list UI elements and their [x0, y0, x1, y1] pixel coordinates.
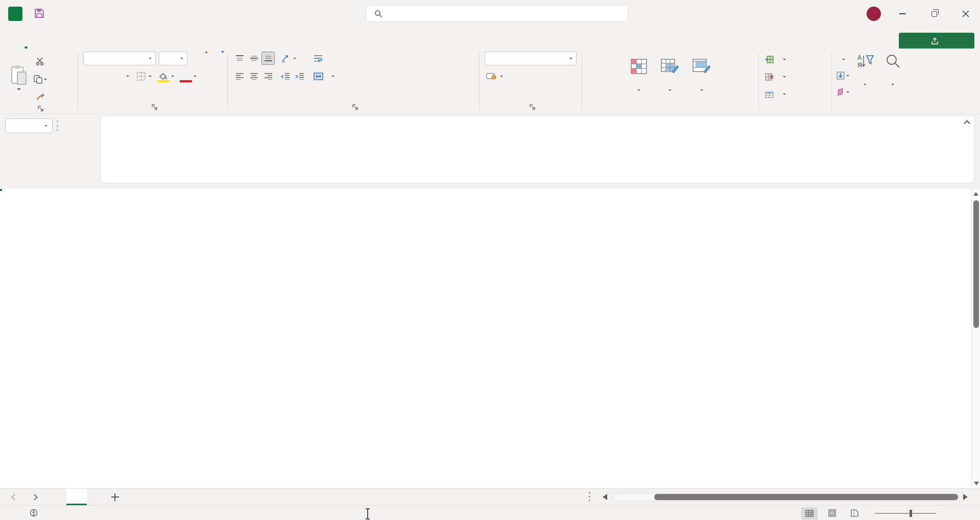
tabbar-resize-handle[interactable] — [589, 492, 591, 501]
align-bottom-button[interactable] — [261, 52, 275, 65]
align-right-button[interactable] — [261, 69, 275, 83]
font-dialog-launcher[interactable] — [151, 104, 158, 110]
decrease-decimal-button[interactable] — [553, 69, 566, 83]
font-size-select[interactable] — [159, 52, 187, 65]
scroll-up-arrow[interactable] — [973, 192, 978, 196]
clipboard-dialog-launcher[interactable] — [37, 105, 44, 112]
decrease-indent-button[interactable] — [279, 69, 292, 83]
align-left-button[interactable] — [233, 69, 246, 83]
percent-style-button[interactable] — [505, 69, 518, 83]
clipboard-icon — [10, 65, 28, 85]
cancel-button[interactable] — [63, 119, 76, 133]
prev-sheet-arrow[interactable] — [11, 494, 18, 501]
tab-review[interactable] — [95, 28, 110, 49]
font-color-button[interactable] — [179, 69, 193, 83]
vertical-scroll-thumb[interactable] — [973, 200, 979, 328]
user-name[interactable] — [766, 0, 859, 28]
alignment-dialog-launcher[interactable] — [352, 104, 358, 110]
tab-power-pivot[interactable] — [141, 28, 156, 49]
format-as-table-icon — [661, 58, 679, 75]
next-sheet-arrow[interactable] — [31, 494, 38, 501]
name-box[interactable] — [5, 119, 53, 133]
collapse-formula-bar-button[interactable] — [965, 121, 969, 126]
insert-cells-button[interactable] — [765, 53, 831, 66]
cell-styles-button[interactable] — [688, 56, 715, 96]
table-outline — [0, 189, 2, 191]
conditional-formatting-button[interactable] — [626, 56, 652, 96]
sheet-tab-active[interactable] — [66, 489, 87, 506]
merge-center-button[interactable] — [314, 69, 334, 83]
find-select-button[interactable] — [881, 52, 904, 90]
fill-button[interactable] — [836, 69, 849, 82]
scroll-down-arrow[interactable] — [974, 482, 979, 485]
status-bar — [0, 505, 980, 520]
orientation-button[interactable] — [279, 52, 292, 65]
paste-button[interactable] — [6, 63, 32, 92]
page-layout-view-button[interactable] — [824, 507, 840, 519]
tab-data[interactable] — [80, 28, 95, 49]
minimize-button[interactable] — [891, 0, 914, 28]
save-icon[interactable] — [34, 8, 45, 19]
sort-filter-button[interactable]: АЯ — [852, 52, 878, 90]
underline-button[interactable] — [112, 69, 125, 83]
clear-button[interactable] — [836, 85, 849, 99]
excel-app-icon[interactable] — [8, 7, 22, 21]
new-sheet-button[interactable] — [111, 493, 119, 501]
svg-text:Я: Я — [857, 62, 862, 69]
tab-file[interactable] — [3, 28, 18, 49]
accessibility-status[interactable] — [30, 509, 41, 517]
cut-button[interactable] — [34, 55, 47, 68]
accounting-format-button[interactable] — [485, 69, 498, 83]
format-cells-button[interactable] — [765, 87, 831, 101]
format-painter-button[interactable] — [34, 90, 47, 104]
vertical-scrollbar[interactable] — [971, 189, 980, 488]
italic-button[interactable] — [98, 69, 111, 83]
share-button[interactable] — [899, 33, 974, 49]
zoom-slider[interactable] — [875, 513, 936, 514]
tab-formulas[interactable] — [64, 28, 80, 49]
borders-button[interactable] — [134, 69, 148, 83]
align-center-button[interactable] — [247, 69, 260, 83]
page-break-view-button[interactable] — [846, 507, 863, 519]
avatar[interactable] — [867, 7, 881, 21]
search-box[interactable] — [366, 5, 628, 22]
fill-color-button[interactable] — [157, 69, 170, 83]
zoom-slider-thumb[interactable] — [910, 510, 912, 517]
search-icon — [374, 10, 383, 18]
align-middle-button[interactable] — [247, 52, 260, 65]
insert-function-button[interactable] — [88, 119, 100, 133]
conditional-formatting-icon — [630, 58, 648, 75]
accessibility-icon — [30, 509, 38, 517]
tab-page-layout[interactable] — [49, 28, 64, 49]
hscroll-left-arrow[interactable] — [603, 494, 607, 500]
increase-font-button[interactable] — [190, 52, 204, 65]
normal-view-button[interactable] — [801, 507, 818, 519]
copy-button[interactable] — [34, 73, 47, 86]
tab-view[interactable] — [110, 28, 126, 49]
increase-indent-button[interactable] — [293, 69, 306, 83]
formula-input[interactable] — [100, 115, 975, 183]
enter-button[interactable] — [76, 119, 88, 133]
close-button[interactable] — [954, 0, 977, 28]
decrease-font-button[interactable] — [207, 52, 220, 65]
comma-style-button[interactable] — [520, 69, 534, 83]
horizontal-scroll-thumb[interactable] — [654, 494, 958, 500]
ribbon-tab-row — [0, 28, 980, 49]
wrap-text-button[interactable] — [314, 52, 334, 65]
number-dialog-launcher[interactable] — [529, 104, 536, 110]
delete-cells-button[interactable] — [765, 70, 831, 84]
number-format-select[interactable] — [485, 52, 577, 65]
formula-bar-splitter[interactable] — [57, 121, 59, 131]
tab-help[interactable] — [126, 28, 141, 49]
increase-decimal-button[interactable] — [538, 69, 551, 83]
format-as-table-button[interactable] — [657, 56, 683, 96]
formula-bar-band — [0, 114, 980, 189]
hscroll-right-arrow[interactable] — [963, 494, 968, 500]
tab-insert[interactable] — [34, 28, 49, 49]
autosum-button[interactable] — [836, 53, 849, 66]
align-top-button[interactable] — [233, 52, 246, 65]
tab-home[interactable] — [18, 28, 34, 49]
bold-button[interactable] — [83, 69, 97, 83]
font-name-select[interactable] — [83, 52, 156, 65]
restore-button[interactable] — [922, 0, 946, 28]
